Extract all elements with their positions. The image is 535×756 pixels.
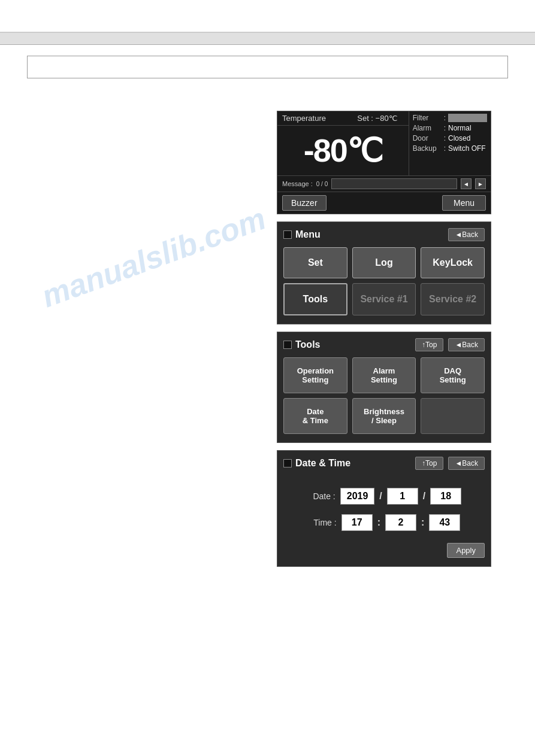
temp-value-display: -80℃ [304, 132, 382, 169]
tools-grid: OperationSetting AlarmSetting DAQSetting… [283, 357, 485, 434]
tools-back-button[interactable]: ◄Back [448, 338, 485, 351]
door-label: Door [413, 134, 442, 142]
backup-row: Backup : Switch OFF [413, 144, 487, 153]
empty-tool-button [421, 398, 485, 434]
minute-field[interactable]: 2 [385, 514, 416, 531]
hour-field[interactable]: 17 [341, 514, 373, 531]
filter-label: Filter [413, 114, 442, 122]
daq-setting-button[interactable]: DAQSetting [421, 357, 485, 393]
temp-bottom-row: Buzzer Menu [277, 192, 491, 214]
year-field[interactable]: 2019 [340, 488, 375, 505]
datetime-title-text: Date & Time [295, 458, 350, 469]
door-value: Closed [448, 134, 470, 142]
message-count: 0 / 0 [316, 181, 328, 187]
time-row: Time : 17 : 2 : 43 [308, 514, 461, 531]
temperature-panel: Temperature Set : −80℃ -80℃ Filter : Ala… [277, 111, 491, 214]
menu-panel-header: Menu ◄Back [283, 228, 485, 241]
apply-button[interactable]: Apply [447, 543, 485, 558]
datetime-panel-header: Date & Time ↑Top ◄Back [283, 457, 485, 470]
menu-back-button[interactable]: ◄Back [448, 228, 485, 241]
menu-title-text: Menu [295, 229, 321, 240]
message-row: Message : 0 / 0 ◄ ► [277, 175, 491, 192]
tools-square-icon [283, 341, 292, 349]
alarm-label: Alarm [413, 124, 442, 132]
datetime-panel: Date & Time ↑Top ◄Back Date : 2019 / 1 /… [277, 450, 491, 567]
filter-row: Filter : [413, 114, 487, 122]
search-input[interactable] [27, 56, 508, 78]
menu-service1-button[interactable]: Service #1 [352, 283, 416, 315]
colon2: : [421, 517, 424, 528]
operation-setting-button[interactable]: OperationSetting [283, 357, 347, 393]
buzzer-button[interactable]: Buzzer [282, 195, 327, 211]
filter-bar [448, 114, 487, 122]
watermark-text: manualslib.com [37, 201, 271, 315]
datetime-title: Date & Time [283, 458, 350, 469]
backup-label: Backup [413, 144, 442, 153]
menu-grid: Set Log KeyLock Tools Service #1 Service… [283, 247, 485, 315]
tools-panel-header: Tools ↑Top ◄Back [283, 338, 485, 351]
menu-service2-button[interactable]: Service #2 [421, 283, 485, 315]
datetime-body: Date : 2019 / 1 / 18 Time : 17 : 2 : 43 [283, 476, 485, 537]
input-box-container [27, 56, 508, 78]
panels-container: Temperature Set : −80℃ -80℃ Filter : Ala… [277, 111, 491, 567]
menu-title: Menu [283, 229, 321, 240]
tools-title-text: Tools [295, 339, 320, 350]
temp-label: Temperature [282, 114, 357, 123]
second-field[interactable]: 43 [429, 514, 460, 531]
top-bar [0, 0, 535, 33]
menu-keylock-button[interactable]: KeyLock [421, 247, 485, 278]
alarm-setting-button[interactable]: AlarmSetting [352, 357, 416, 393]
alarm-row: Alarm : Normal [413, 124, 487, 132]
date-time-button[interactable]: Date& Time [283, 398, 347, 434]
menu-square-icon [283, 230, 292, 239]
date-row: Date : 2019 / 1 / 18 [307, 488, 462, 505]
colon1: : [377, 517, 380, 528]
menu-set-button[interactable]: Set [283, 247, 347, 278]
datetime-top-button[interactable]: ↑Top [415, 457, 443, 470]
alarm-value: Normal [448, 124, 471, 132]
backup-value: Switch OFF [448, 144, 486, 153]
datetime-back-button[interactable]: ◄Back [448, 457, 485, 470]
menu-button[interactable]: Menu [442, 195, 486, 211]
tools-title: Tools [283, 339, 320, 350]
menu-panel: Menu ◄Back Set Log KeyLock Tools Service… [277, 221, 491, 324]
datetime-square-icon [283, 459, 292, 467]
menu-tools-button[interactable]: Tools [283, 283, 347, 315]
date-label: Date : [307, 491, 335, 501]
message-label: Message : [282, 180, 313, 187]
tools-top-button[interactable]: ↑Top [415, 338, 443, 351]
time-label: Time : [308, 518, 337, 527]
sub-bar [0, 33, 535, 45]
message-arrow-right[interactable]: ► [475, 178, 486, 189]
slash2: / [423, 491, 425, 502]
message-input-field [331, 178, 457, 189]
message-arrow-left[interactable]: ◄ [461, 178, 471, 189]
door-row: Door : Closed [413, 134, 487, 142]
day-field[interactable]: 18 [430, 488, 461, 505]
slash1: / [379, 491, 382, 502]
tools-panel: Tools ↑Top ◄Back OperationSetting AlarmS… [277, 332, 491, 443]
temp-set: Set : −80℃ [357, 114, 397, 123]
menu-log-button[interactable]: Log [352, 247, 416, 278]
month-field[interactable]: 1 [387, 488, 418, 505]
brightness-sleep-button[interactable]: Brightness/ Sleep [352, 398, 416, 434]
